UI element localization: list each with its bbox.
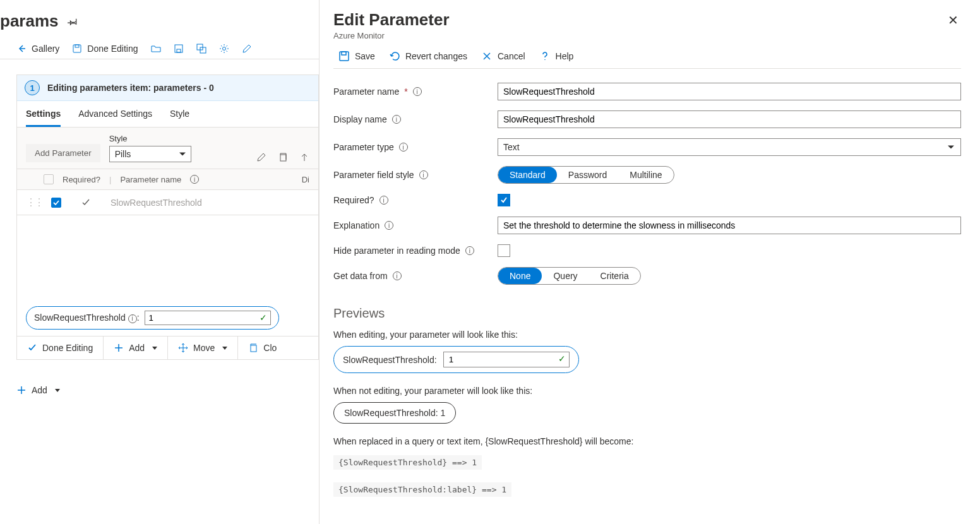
drag-handle-icon[interactable]: ⋮⋮ [26,196,42,208]
gear-icon[interactable] [219,44,229,54]
param-type-select[interactable]: Text [498,138,961,156]
footer-clone[interactable]: Clo [238,336,287,359]
open-icon[interactable] [151,44,161,54]
hide-label: Hide parameter in reading modei [333,246,498,256]
table-header: Required? | Parameter name i Di [17,169,318,190]
add-parameter-button[interactable]: Add Parameter [26,144,100,162]
footer-done-editing[interactable]: Done Editing [17,336,104,359]
col-parameter-name: Parameter name [120,175,181,184]
info-icon[interactable]: i [392,115,401,124]
main-toolbar: Gallery Done Editing [0,37,319,59]
panel-title: Edit Parameter [333,10,450,30]
bottom-add-button[interactable]: Add [0,360,319,395]
footer-move[interactable]: Move [168,336,238,359]
parameter-preview-pill: SlowRequestThreshold i: ✓ [26,306,279,330]
revert-button[interactable]: Revert changes [389,51,467,62]
tab-style[interactable]: Style [170,109,189,127]
gallery-button[interactable]: Gallery [16,44,59,54]
field-style-password[interactable]: Password [557,167,618,183]
close-icon[interactable]: ✕ [945,10,961,30]
col-required: Required? [63,175,100,184]
info-icon[interactable]: i [399,143,408,152]
header-checkbox[interactable] [44,174,54,184]
required-checkbox[interactable] [498,194,510,206]
tab-advanced-settings[interactable]: Advanced Settings [78,109,152,127]
arrow-left-icon [16,44,27,54]
edit-parameter-panel: Edit Parameter Azure Monitor ✕ Save Reve… [319,0,980,524]
field-style-multiline[interactable]: Multiline [618,167,673,183]
undo-icon [389,51,400,62]
settings-bar: Add Parameter Style Pills [17,128,318,169]
info-icon[interactable]: i [385,221,393,230]
preview-editing-pill: SlowRequestThreshold: ✓ [333,346,579,373]
svg-rect-9 [251,345,256,352]
row-checkbox[interactable] [51,198,61,208]
previews-heading: Previews [333,306,961,321]
table-row[interactable]: ⋮⋮ SlowRequestThreshold [17,190,318,215]
get-data-segmented: None Query Criteria [498,267,641,285]
get-data-none[interactable]: None [498,268,542,284]
panel-subtitle: Azure Monitor [333,31,450,40]
plus-icon [16,385,27,395]
cancel-button[interactable]: Cancel [481,51,525,62]
preview-replaced-text: When replaced in a query or text item, {… [333,436,961,446]
copy-icon[interactable] [278,152,288,162]
display-name-label: Display namei [333,114,498,124]
info-icon[interactable]: i [465,246,474,255]
col-display: Di [302,175,309,184]
check-icon [81,198,91,208]
field-style-segmented: Standard Password Multiline [498,166,674,184]
parameters-editor-card: 1 Editing parameters item: parameters - … [16,74,319,360]
preview-pill-label: SlowRequestThreshold i: [34,313,140,323]
help-button[interactable]: Help [539,51,574,62]
panel-toolbar: Save Revert changes Cancel Help [333,40,961,69]
card-footer: Done Editing Add Move Clo [17,336,318,359]
svg-rect-10 [340,52,349,61]
svg-rect-11 [342,52,346,55]
tab-settings[interactable]: Settings [26,109,61,127]
copy-icon [248,343,258,353]
pin-icon[interactable] [68,16,78,27]
info-icon[interactable]: i [393,271,402,280]
save-icon [72,44,82,54]
checkmark-icon [52,199,60,206]
checkmark-icon: ✓ [558,354,566,364]
footer-add[interactable]: Add [104,336,168,359]
hide-checkbox[interactable] [498,244,510,257]
checkmark-icon: ✓ [260,313,267,323]
card-header: 1 Editing parameters item: parameters - … [17,75,318,101]
preview-editing-input[interactable] [443,352,570,367]
move-icon [178,343,188,353]
diskette-icon[interactable] [174,44,184,54]
param-name-label: Parameter name*i [333,86,498,97]
card-tabs: Settings Advanced Settings Style [17,101,318,128]
svg-point-7 [222,47,225,51]
get-data-query[interactable]: Query [542,268,589,284]
svg-rect-1 [73,45,81,52]
edit-icon[interactable] [256,152,266,162]
param-type-label: Parameter typei [333,142,498,152]
info-icon[interactable]: i [190,175,199,184]
field-style-standard[interactable]: Standard [498,167,557,183]
param-name-input[interactable] [498,83,961,100]
get-data-criteria[interactable]: Criteria [589,268,640,284]
info-icon[interactable]: i [413,87,422,96]
info-icon[interactable]: i [419,170,428,179]
style-select[interactable]: Pills [109,146,191,162]
save-button[interactable]: Save [338,51,375,62]
done-editing-button[interactable]: Done Editing [72,44,138,54]
x-icon [481,51,493,62]
arrow-up-icon[interactable] [299,152,309,162]
preview-not-editing-pill: SlowRequestThreshold: 1 [333,402,456,424]
pencil-icon[interactable] [242,44,252,54]
chevron-down-icon [55,389,60,392]
copy-save-icon[interactable] [196,44,206,54]
info-icon[interactable]: i [379,196,388,205]
preview-pill-input[interactable] [145,311,271,325]
checkmark-icon [27,343,37,353]
preview-code-1: {SlowRequestThreshold} ==> 1 [333,455,482,470]
plus-icon [114,343,124,353]
explanation-input[interactable] [498,217,961,234]
info-icon[interactable]: i [128,314,137,323]
display-name-input[interactable] [498,110,961,128]
